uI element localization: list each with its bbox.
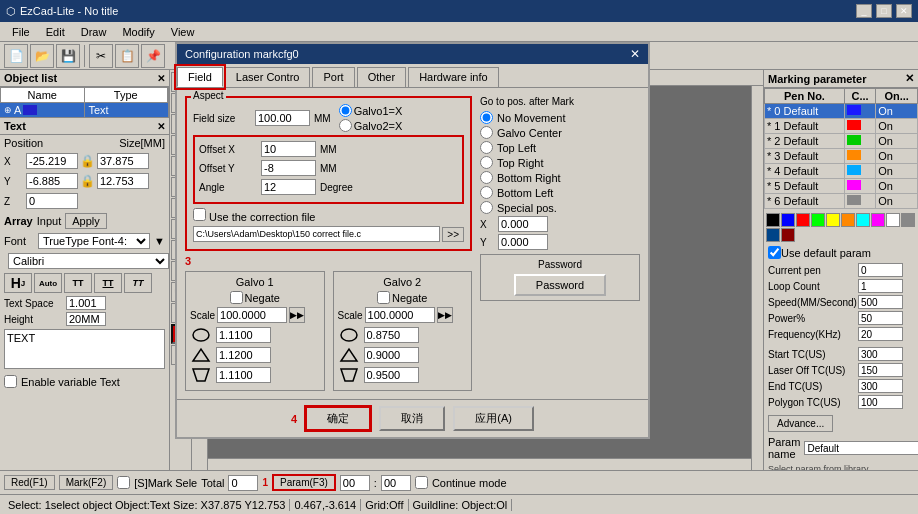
save-button[interactable]: 💾 (56, 44, 80, 68)
pen-row-5[interactable]: * 5 Default On (765, 179, 918, 194)
goto-bottom-left-radio[interactable] (480, 186, 493, 199)
power-input[interactable] (858, 311, 903, 325)
param-button[interactable]: Param(F3) (272, 474, 336, 491)
s-mark-checkbox[interactable] (117, 476, 130, 489)
advance-button[interactable]: Advance... (768, 415, 833, 432)
object-list-close[interactable]: ✕ (157, 73, 165, 84)
galvo1-negate-checkbox[interactable] (230, 291, 243, 304)
palette-white[interactable] (886, 213, 900, 227)
x-input[interactable] (26, 153, 78, 169)
galvo2-input-3[interactable] (364, 367, 419, 383)
offset-y-input[interactable] (261, 160, 316, 176)
marking-title-close[interactable]: ✕ (905, 72, 914, 85)
galvo2-scale-arrow[interactable]: ▶▶ (437, 307, 453, 323)
pen-row-2[interactable]: * 2 Default On (765, 134, 918, 149)
offset-x-input[interactable] (261, 141, 316, 157)
galvo1-radio[interactable] (339, 104, 352, 117)
z-input[interactable] (26, 193, 78, 209)
goto-top-right-radio[interactable] (480, 156, 493, 169)
tab-laser-contro[interactable]: Laser Contro (225, 67, 311, 87)
speed-input[interactable] (858, 295, 903, 309)
palette-red[interactable] (796, 213, 810, 227)
end-tc-input[interactable] (858, 379, 903, 393)
palette-gray[interactable] (901, 213, 915, 227)
height-input[interactable] (97, 173, 149, 189)
galvo2-input-1[interactable] (364, 327, 419, 343)
palette-green[interactable] (811, 213, 825, 227)
format-TT2[interactable]: TT (94, 273, 122, 293)
scrollbar-horizontal[interactable] (208, 458, 751, 470)
text-space-input[interactable] (66, 296, 106, 310)
cut-button[interactable]: ✂ (89, 44, 113, 68)
palette-cyan[interactable] (856, 213, 870, 227)
palette-yellow[interactable] (826, 213, 840, 227)
paste-button[interactable]: 📌 (141, 44, 165, 68)
correction-checkbox[interactable] (193, 208, 206, 221)
object-list-row[interactable]: ⊕ A Text (0, 103, 169, 117)
password-button[interactable]: Password (514, 274, 606, 296)
current-pen-input[interactable] (858, 263, 903, 277)
loop-count-input[interactable] (858, 279, 903, 293)
angle-input[interactable] (261, 179, 316, 195)
continue-mode-checkbox[interactable] (415, 476, 428, 489)
text-area[interactable]: TEXT (4, 329, 165, 369)
menu-file[interactable]: File (4, 24, 38, 40)
apply-button-dialog[interactable]: 应用(A) (453, 406, 534, 431)
galvo1-scale-arrow[interactable]: ▶▶ (289, 307, 305, 323)
goto-no-movement-radio[interactable] (480, 111, 493, 124)
total-input[interactable] (228, 475, 258, 491)
width-input[interactable] (97, 153, 149, 169)
pen-row-3[interactable]: * 3 Default On (765, 149, 918, 164)
time-input-2[interactable] (381, 475, 411, 491)
x-pos-input[interactable] (498, 216, 548, 232)
laser-off-input[interactable] (858, 363, 903, 377)
dialog-close-button[interactable]: ✕ (630, 47, 640, 61)
galvo1-input-2[interactable] (216, 347, 271, 363)
mark-button[interactable]: Mark(F2) (59, 475, 114, 490)
goto-special-pos-radio[interactable] (480, 201, 493, 214)
goto-galvo-center-radio[interactable] (480, 126, 493, 139)
palette-navy[interactable] (766, 228, 780, 242)
copy-button[interactable]: 📋 (115, 44, 139, 68)
minimize-button[interactable]: _ (856, 4, 872, 18)
palette-orange[interactable] (841, 213, 855, 227)
palette-magenta[interactable] (871, 213, 885, 227)
field-size-input[interactable] (255, 110, 310, 126)
menu-draw[interactable]: Draw (73, 24, 115, 40)
palette-black[interactable] (766, 213, 780, 227)
y-pos-input[interactable] (498, 234, 548, 250)
param-name-input[interactable] (804, 441, 918, 455)
goto-bottom-right-radio[interactable] (480, 171, 493, 184)
start-tc-input[interactable] (858, 347, 903, 361)
apply-button[interactable]: Apply (65, 213, 107, 229)
open-button[interactable]: 📂 (30, 44, 54, 68)
galvo1-input-3[interactable] (216, 367, 271, 383)
tab-other[interactable]: Other (357, 67, 407, 87)
format-H1[interactable]: HJ (4, 273, 32, 293)
pen-row-4[interactable]: * 4 Default On (765, 164, 918, 179)
correction-browse-button[interactable]: >> (442, 227, 464, 242)
menu-modify[interactable]: Modify (114, 24, 162, 40)
text-panel-close[interactable]: ✕ (157, 121, 165, 132)
enable-variable-checkbox[interactable] (4, 375, 17, 388)
frequency-input[interactable] (858, 327, 903, 341)
y-input[interactable] (26, 173, 78, 189)
close-button[interactable]: ✕ (896, 4, 912, 18)
confirm-button[interactable]: 确定 (305, 406, 371, 431)
correction-path-input[interactable] (193, 226, 440, 242)
palette-blue[interactable] (781, 213, 795, 227)
tab-hardware-info[interactable]: Hardware info (408, 67, 498, 87)
polygon-tc-input[interactable] (858, 395, 903, 409)
format-TT3[interactable]: TT (124, 273, 152, 293)
font-type-select[interactable]: TrueType Font-4: (38, 233, 150, 249)
cancel-button[interactable]: 取消 (379, 406, 445, 431)
maximize-button[interactable]: □ (876, 4, 892, 18)
use-default-checkbox[interactable] (768, 246, 781, 259)
pen-row-1[interactable]: * 1 Default On (765, 119, 918, 134)
palette-maroon[interactable] (781, 228, 795, 242)
pen-row-6[interactable]: * 6 Default On (765, 194, 918, 209)
time-input[interactable] (340, 475, 370, 491)
menu-view[interactable]: View (163, 24, 203, 40)
tab-port[interactable]: Port (312, 67, 354, 87)
galvo2-radio[interactable] (339, 119, 352, 132)
